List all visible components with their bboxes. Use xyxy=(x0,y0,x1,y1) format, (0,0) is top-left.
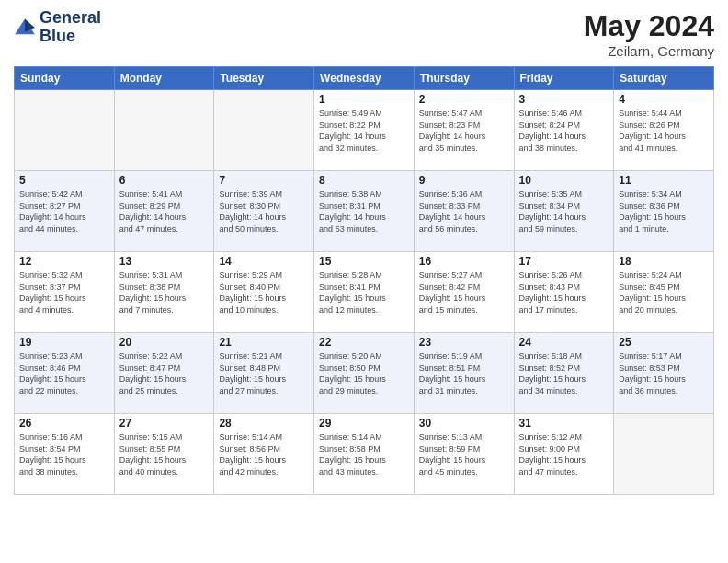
day-info: Sunrise: 5:19 AM Sunset: 8:51 PM Dayligh… xyxy=(419,350,509,396)
day-number: 25 xyxy=(619,336,709,349)
day-info: Sunrise: 5:34 AM Sunset: 8:36 PM Dayligh… xyxy=(619,189,709,235)
logo-text: General Blue xyxy=(40,9,101,46)
day-cell: 19Sunrise: 5:23 AM Sunset: 8:46 PM Dayli… xyxy=(15,333,115,414)
day-cell: 29Sunrise: 5:14 AM Sunset: 8:58 PM Dayli… xyxy=(314,414,415,495)
day-info: Sunrise: 5:21 AM Sunset: 8:48 PM Dayligh… xyxy=(219,350,309,396)
day-cell: 3Sunrise: 5:46 AM Sunset: 8:24 PM Daylig… xyxy=(514,90,614,171)
day-cell: 18Sunrise: 5:24 AM Sunset: 8:45 PM Dayli… xyxy=(614,252,714,333)
day-info: Sunrise: 5:20 AM Sunset: 8:50 PM Dayligh… xyxy=(319,350,409,396)
day-number: 14 xyxy=(219,255,309,268)
day-number: 22 xyxy=(319,336,409,349)
day-info: Sunrise: 5:23 AM Sunset: 8:46 PM Dayligh… xyxy=(19,350,109,396)
day-info: Sunrise: 5:42 AM Sunset: 8:27 PM Dayligh… xyxy=(19,189,109,235)
title-block: May 2024 Zeilarn, Germany xyxy=(584,9,714,59)
day-info: Sunrise: 5:49 AM Sunset: 8:22 PM Dayligh… xyxy=(319,108,409,154)
day-cell: 27Sunrise: 5:15 AM Sunset: 8:55 PM Dayli… xyxy=(114,414,214,495)
col-header-friday: Friday xyxy=(514,67,614,90)
day-number: 7 xyxy=(219,174,309,187)
day-cell: 13Sunrise: 5:31 AM Sunset: 8:38 PM Dayli… xyxy=(114,252,214,333)
day-number: 2 xyxy=(419,93,509,106)
day-number: 24 xyxy=(519,336,609,349)
day-info: Sunrise: 5:12 AM Sunset: 9:00 PM Dayligh… xyxy=(519,431,609,477)
day-info: Sunrise: 5:18 AM Sunset: 8:52 PM Dayligh… xyxy=(519,350,609,396)
day-info: Sunrise: 5:14 AM Sunset: 8:56 PM Dayligh… xyxy=(219,431,309,477)
day-cell: 4Sunrise: 5:44 AM Sunset: 8:26 PM Daylig… xyxy=(614,90,714,171)
day-info: Sunrise: 5:13 AM Sunset: 8:59 PM Dayligh… xyxy=(419,431,509,477)
day-info: Sunrise: 5:16 AM Sunset: 8:54 PM Dayligh… xyxy=(19,431,109,477)
day-number: 13 xyxy=(119,255,210,268)
day-number: 12 xyxy=(19,255,109,268)
location: Zeilarn, Germany xyxy=(584,43,714,59)
day-cell: 9Sunrise: 5:36 AM Sunset: 8:33 PM Daylig… xyxy=(414,171,514,252)
header: General Blue May 2024 Zeilarn, Germany xyxy=(14,9,714,59)
day-number: 20 xyxy=(119,336,210,349)
logo-line2: Blue xyxy=(40,28,101,46)
day-number: 3 xyxy=(519,93,609,106)
calendar: SundayMondayTuesdayWednesdayThursdayFrid… xyxy=(14,66,714,495)
day-number: 29 xyxy=(319,417,409,430)
day-info: Sunrise: 5:15 AM Sunset: 8:55 PM Dayligh… xyxy=(119,431,210,477)
day-number: 9 xyxy=(419,174,509,187)
day-cell: 31Sunrise: 5:12 AM Sunset: 9:00 PM Dayli… xyxy=(514,414,614,495)
day-number: 19 xyxy=(19,336,109,349)
day-info: Sunrise: 5:29 AM Sunset: 8:40 PM Dayligh… xyxy=(219,270,309,316)
week-row-1: 1Sunrise: 5:49 AM Sunset: 8:22 PM Daylig… xyxy=(15,90,714,171)
day-number: 1 xyxy=(319,93,409,106)
day-cell: 10Sunrise: 5:35 AM Sunset: 8:34 PM Dayli… xyxy=(514,171,614,252)
col-header-sunday: Sunday xyxy=(15,67,115,90)
day-cell: 14Sunrise: 5:29 AM Sunset: 8:40 PM Dayli… xyxy=(214,252,314,333)
day-cell: 20Sunrise: 5:22 AM Sunset: 8:47 PM Dayli… xyxy=(114,333,214,414)
day-number: 15 xyxy=(319,255,409,268)
day-cell: 22Sunrise: 5:20 AM Sunset: 8:50 PM Dayli… xyxy=(314,333,415,414)
page: General Blue May 2024 Zeilarn, Germany S… xyxy=(0,0,728,563)
day-number: 8 xyxy=(319,174,409,187)
day-cell xyxy=(214,90,314,171)
day-cell: 24Sunrise: 5:18 AM Sunset: 8:52 PM Dayli… xyxy=(514,333,614,414)
day-info: Sunrise: 5:28 AM Sunset: 8:41 PM Dayligh… xyxy=(319,270,409,316)
day-number: 31 xyxy=(519,417,609,430)
day-number: 23 xyxy=(419,336,509,349)
day-cell: 28Sunrise: 5:14 AM Sunset: 8:56 PM Dayli… xyxy=(214,414,314,495)
day-number: 17 xyxy=(519,255,609,268)
day-cell: 26Sunrise: 5:16 AM Sunset: 8:54 PM Dayli… xyxy=(15,414,115,495)
day-info: Sunrise: 5:14 AM Sunset: 8:58 PM Dayligh… xyxy=(319,431,409,477)
month-year: May 2024 xyxy=(584,9,714,43)
day-number: 21 xyxy=(219,336,309,349)
day-cell: 2Sunrise: 5:47 AM Sunset: 8:23 PM Daylig… xyxy=(414,90,514,171)
day-info: Sunrise: 5:39 AM Sunset: 8:30 PM Dayligh… xyxy=(219,189,309,235)
day-info: Sunrise: 5:32 AM Sunset: 8:37 PM Dayligh… xyxy=(19,270,109,316)
week-row-5: 26Sunrise: 5:16 AM Sunset: 8:54 PM Dayli… xyxy=(15,414,714,495)
day-cell: 17Sunrise: 5:26 AM Sunset: 8:43 PM Dayli… xyxy=(514,252,614,333)
day-cell: 23Sunrise: 5:19 AM Sunset: 8:51 PM Dayli… xyxy=(414,333,514,414)
day-cell xyxy=(15,90,115,171)
week-row-4: 19Sunrise: 5:23 AM Sunset: 8:46 PM Dayli… xyxy=(15,333,714,414)
day-cell: 30Sunrise: 5:13 AM Sunset: 8:59 PM Dayli… xyxy=(414,414,514,495)
col-header-monday: Monday xyxy=(114,67,214,90)
logo-icon xyxy=(14,17,36,39)
day-number: 4 xyxy=(619,93,709,106)
day-info: Sunrise: 5:46 AM Sunset: 8:24 PM Dayligh… xyxy=(519,108,609,154)
day-cell: 16Sunrise: 5:27 AM Sunset: 8:42 PM Dayli… xyxy=(414,252,514,333)
day-info: Sunrise: 5:44 AM Sunset: 8:26 PM Dayligh… xyxy=(619,108,709,154)
day-number: 16 xyxy=(419,255,509,268)
day-info: Sunrise: 5:26 AM Sunset: 8:43 PM Dayligh… xyxy=(519,270,609,316)
day-cell xyxy=(614,414,714,495)
day-cell: 7Sunrise: 5:39 AM Sunset: 8:30 PM Daylig… xyxy=(214,171,314,252)
col-header-saturday: Saturday xyxy=(614,67,714,90)
day-info: Sunrise: 5:31 AM Sunset: 8:38 PM Dayligh… xyxy=(119,270,210,316)
col-header-thursday: Thursday xyxy=(414,67,514,90)
day-number: 27 xyxy=(119,417,210,430)
day-cell: 15Sunrise: 5:28 AM Sunset: 8:41 PM Dayli… xyxy=(314,252,415,333)
day-info: Sunrise: 5:27 AM Sunset: 8:42 PM Dayligh… xyxy=(419,270,509,316)
week-row-3: 12Sunrise: 5:32 AM Sunset: 8:37 PM Dayli… xyxy=(15,252,714,333)
day-number: 11 xyxy=(619,174,709,187)
day-info: Sunrise: 5:24 AM Sunset: 8:45 PM Dayligh… xyxy=(619,270,709,316)
day-cell: 12Sunrise: 5:32 AM Sunset: 8:37 PM Dayli… xyxy=(15,252,115,333)
day-cell: 25Sunrise: 5:17 AM Sunset: 8:53 PM Dayli… xyxy=(614,333,714,414)
day-number: 28 xyxy=(219,417,309,430)
day-cell: 5Sunrise: 5:42 AM Sunset: 8:27 PM Daylig… xyxy=(15,171,115,252)
day-cell xyxy=(114,90,214,171)
day-info: Sunrise: 5:22 AM Sunset: 8:47 PM Dayligh… xyxy=(119,350,210,396)
day-info: Sunrise: 5:17 AM Sunset: 8:53 PM Dayligh… xyxy=(619,350,709,396)
logo-line1: General xyxy=(40,9,101,28)
